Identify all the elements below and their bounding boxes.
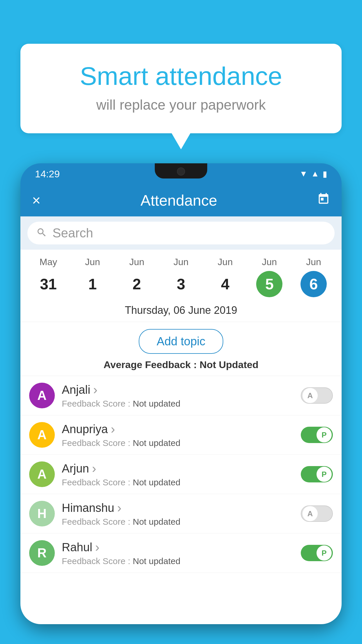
signal-icon: ▲ [311,169,319,178]
calendar-day[interactable]: Jun1 [75,257,110,297]
day-number[interactable]: 4 [212,271,238,297]
attendance-toggle[interactable]: P [301,466,333,482]
avg-feedback-value: Not Updated [200,359,259,370]
student-name: Rahul [62,540,294,554]
calendar-day[interactable]: Jun6 [296,257,331,297]
bubble-title: Smart attendance [44,61,318,91]
feedback-score: Feedback Score : Not updated [62,517,294,527]
toggle-knob: A [303,506,318,521]
student-info: ArjunFeedback Score : Not updated [62,461,294,487]
calendar-day[interactable]: May31 [31,257,66,297]
attendance-toggle[interactable]: P [301,427,333,443]
search-placeholder: Search [52,226,93,240]
battery-icon: ▮ [323,169,327,179]
close-button[interactable]: × [32,192,41,209]
list-item[interactable]: AArjunFeedback Score : Not updatedP [20,455,342,494]
day-number[interactable]: 5 [256,271,282,297]
phone-notch [155,163,207,178]
status-icons: ▼ ▲ ▮ [300,169,327,179]
day-number[interactable]: 6 [301,271,327,297]
day-month: Jun [306,257,321,267]
avatar: A [29,461,55,487]
average-feedback: Average Feedback : Not Updated [20,359,342,376]
app-title: Attendance [140,192,217,209]
feedback-score: Feedback Score : Not updated [62,438,294,448]
phone-frame: 14:29 ▼ ▲ ▮ × Attendance [20,163,342,624]
student-name: Arjun [62,461,294,476]
list-item[interactable]: AAnupriyaFeedback Score : Not updatedP [20,415,342,455]
avatar: H [29,501,55,526]
day-month: Jun [173,257,189,267]
avg-feedback-label: Average Feedback : [103,359,199,370]
wifi-icon: ▼ [300,169,308,178]
student-info: AnjaliFeedback Score : Not updated [62,382,294,409]
search-bar-container: Search [20,216,342,250]
feedback-score: Feedback Score : Not updated [62,399,294,409]
attendance-toggle[interactable]: P [301,545,333,561]
toggle-knob: P [317,545,332,561]
feedback-score: Feedback Score : Not updated [62,477,294,487]
app-header: × Attendance [20,184,342,216]
student-name: Himanshu [62,501,294,515]
avatar: A [29,383,55,408]
phone-screen: Search May31Jun1Jun2Jun3Jun4Jun5Jun6 Thu… [20,216,342,624]
student-info: HimanshuFeedback Score : Not updated [62,501,294,527]
toggle-knob: P [317,467,332,482]
attendance-toggle[interactable]: A [301,387,333,404]
day-number[interactable]: 1 [80,271,106,297]
day-number[interactable]: 31 [35,271,61,297]
day-month: Jun [85,257,100,267]
calendar-icon[interactable] [317,192,330,208]
bubble-subtitle: will replace your paperwork [44,97,318,113]
student-list: AAnjaliFeedback Score : Not updatedAAAnu… [20,376,342,573]
avatar: A [29,422,55,448]
feedback-score: Feedback Score : Not updated [62,556,294,566]
status-time: 14:29 [35,168,60,180]
student-name: Anupriya [62,422,294,436]
list-item[interactable]: RRahulFeedback Score : Not updatedP [20,533,342,573]
student-info: RahulFeedback Score : Not updated [62,540,294,566]
day-month: Jun [129,257,144,267]
avatar: R [29,540,55,566]
calendar-day[interactable]: Jun2 [119,257,154,297]
list-item[interactable]: AAnjaliFeedback Score : Not updatedA [20,376,342,415]
calendar-day[interactable]: Jun4 [208,257,243,297]
attendance-toggle[interactable]: A [301,505,333,522]
day-month: May [40,257,57,267]
day-number[interactable]: 2 [124,271,150,297]
add-topic-container: Add topic [20,322,342,359]
phone-container: 14:29 ▼ ▲ ▮ × Attendance [20,163,342,644]
calendar-strip: May31Jun1Jun2Jun3Jun4Jun5Jun6 [20,250,342,300]
toggle-knob: A [303,388,318,403]
add-topic-button[interactable]: Add topic [139,329,224,354]
day-month: Jun [262,257,277,267]
selected-date: Thursday, 06 June 2019 [20,300,342,322]
list-item[interactable]: HHimanshuFeedback Score : Not updatedA [20,494,342,533]
speech-bubble-container: Smart attendance will replace your paper… [20,44,342,133]
calendar-day[interactable]: Jun3 [164,257,198,297]
day-month: Jun [218,257,233,267]
phone-camera [177,167,185,176]
calendar-day[interactable]: Jun5 [252,257,287,297]
search-bar[interactable]: Search [27,222,335,244]
speech-bubble: Smart attendance will replace your paper… [20,44,342,133]
search-icon [36,227,47,239]
student-name: Anjali [62,382,294,397]
student-info: AnupriyaFeedback Score : Not updated [62,422,294,448]
toggle-knob: P [317,427,332,442]
day-number[interactable]: 3 [168,271,194,297]
